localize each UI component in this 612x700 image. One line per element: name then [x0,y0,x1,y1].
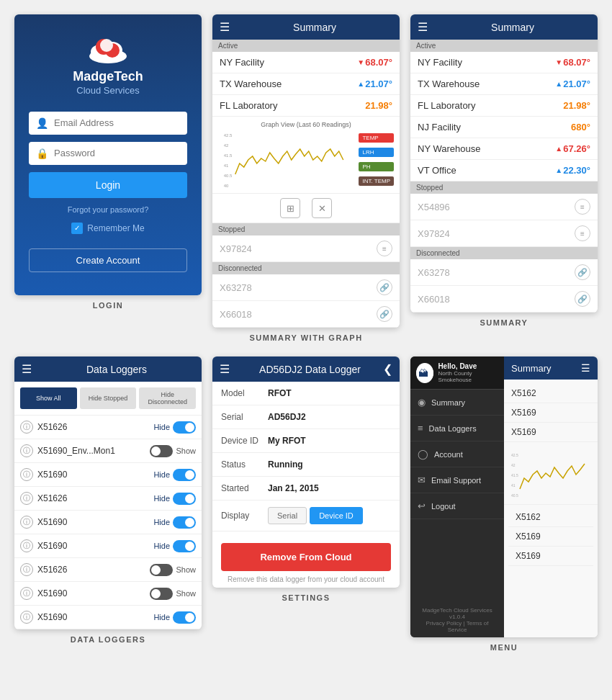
toggle-3[interactable]: Hide [153,469,196,481]
toggle-4[interactable]: Hide [153,493,196,505]
toggle-5[interactable]: Hide [153,516,196,529]
hide-disconnected-btn[interactable]: Hide Disconnected [139,387,196,409]
info-icon-5[interactable]: ⓘ [20,516,33,529]
fl-lab-row: FL Laboratory 21.98° [212,95,400,117]
toggle-on-9[interactable] [173,611,196,624]
toggle-6[interactable]: Hide [153,540,196,552]
menu-item-account[interactable]: ◯ Account [410,441,504,467]
toggle-on-5[interactable] [173,516,196,529]
menu-item-email-support[interactable]: ✉ Email Support [410,467,504,493]
toggle-off-2[interactable] [150,445,173,457]
fl-value: 21.98° [365,100,392,111]
info-icon-1[interactable]: ⓘ [20,421,33,434]
remember-me-row: ✓ Remember Me [71,223,144,234]
x97824-btn2[interactable]: ≡ [575,225,590,241]
menu-sidebar: 🏔 Hello, Dave North County Smokehouse ◉ … [410,356,504,637]
menu-logout-label: Logout [431,502,456,511]
svg-text:41.5: 41.5 [224,153,233,158]
data-loggers-panel: ☰ Data Loggers Show All Hide Stopped Hid… [14,356,202,629]
menu-item-data-loggers[interactable]: ≡ Data Loggers [410,416,504,441]
forgot-password-link[interactable]: Forgot your password? [68,205,149,214]
create-account-button[interactable]: Create Account [29,248,187,272]
toggle-off-8[interactable] [150,588,173,600]
summary-hamburger-icon[interactable]: ☰ [418,20,428,34]
show-all-btn[interactable]: Show All [20,387,77,409]
sum-ny-facility-row: NY Facility ▼ 68.07° [410,52,598,73]
toggle-1[interactable]: Hide [153,421,196,434]
toggle-on-4[interactable] [173,493,196,505]
status-label: Status [221,459,268,470]
logout-icon: ↩ [418,501,426,511]
menu-item-summary[interactable]: ◉ Summary [410,390,504,416]
graph-close-btn[interactable]: ✕ [312,198,332,218]
toggle-8[interactable]: Show [150,588,196,600]
hamburger-icon[interactable]: ☰ [220,20,230,34]
toggle-on-1[interactable] [173,421,196,434]
x63278-link-btn[interactable]: 🔗 [377,279,392,295]
summary-graph-panel: ☰ Summary Active NY Facility ▼ 68.07° TX… [212,14,400,328]
display-row: Display Serial Device ID [212,501,400,531]
info-icon-4[interactable]: ⓘ [20,492,33,505]
menu-right-item-3: X5169 [504,423,598,442]
menu-item-logout[interactable]: ↩ Logout [410,493,504,519]
email-field-wrapper[interactable]: 👤 [29,112,187,135]
settings-back-icon[interactable]: ❮ [383,362,392,376]
hide-stopped-btn[interactable]: Hide Stopped [80,387,137,409]
summary-panel: ☰ Summary Active NY Facility ▼ 68.07° TX… [410,14,598,313]
menu-right-item-5: X5169 [508,527,593,547]
disconnected-section-header: Disconnected [212,262,400,274]
toggle-off-7[interactable] [150,564,173,576]
remember-checkbox[interactable]: ✓ [71,223,83,234]
info-icon-8[interactable]: ⓘ [20,587,33,600]
login-button[interactable]: Login [29,172,187,198]
dl-filter-row: Show All Hide Stopped Hide Disconnected [14,382,202,416]
menu-right-hamburger[interactable]: ☰ [581,362,590,374]
person-icon: 👤 [36,117,48,129]
toggle-9[interactable]: Hide [153,611,196,624]
toggle-on-3[interactable] [173,469,196,481]
device-id-label: Device ID [221,436,268,446]
dl-hamburger-icon[interactable]: ☰ [22,362,32,376]
data-loggers-panel-wrapper: ☰ Data Loggers Show All Hide Stopped Hid… [14,356,202,652]
x66018-name: X66018 [220,309,377,320]
info-icon-9[interactable]: ⓘ [20,611,33,624]
display-device-id-btn[interactable]: Device ID [310,507,363,524]
sum-x66018-link[interactable]: 🔗 [575,291,590,307]
x54896-btn[interactable]: ≡ [575,199,590,215]
menu-right-bottom: X5162 X5169 X5169 [504,504,598,569]
info-icon-6[interactable]: ⓘ [20,539,33,552]
started-value: Jan 21, 2015 [268,483,319,493]
password-input[interactable] [54,148,180,158]
password-field-wrapper[interactable]: 🔒 [29,142,187,165]
menu-right-list: X5162 X5169 X5169 [504,380,598,447]
menu-right-item-4: X5162 [508,508,593,527]
display-serial-btn[interactable]: Serial [268,507,307,524]
toggle-2[interactable]: Show [150,445,196,457]
serial-value: AD56DJ2 [268,412,306,422]
graph-nav-row: ⊞ ✕ [212,194,400,223]
x97824-action-btn[interactable]: ≡ [377,241,392,256]
toggle-7[interactable]: Show [150,564,196,576]
login-content: MadgeTech Cloud Services 👤 🔒 Login Forgo… [14,14,202,295]
dl-label: DATA LOGGERS [71,635,146,644]
info-icon-2[interactable]: ⓘ [20,444,33,457]
x66018-link-btn[interactable]: 🔗 [377,306,392,322]
status-row: Status Running [212,453,400,477]
settings-hamburger-icon[interactable]: ☰ [220,362,230,376]
sum-x63278-link[interactable]: 🔗 [575,264,590,280]
email-input[interactable] [54,117,180,128]
dl-row-2: ⓘ X51690_Env...Mon1 Show [14,439,202,463]
logo-cloud-icon [86,36,130,63]
toggle-on-6[interactable] [173,540,196,552]
remove-from-cloud-button[interactable]: Remove From Cloud [221,543,391,571]
x63278-disconnected-row: X63278 🔗 [212,274,400,301]
x97824-name: X97824 [220,243,377,254]
svg-text:40.5: 40.5 [224,174,233,178]
info-icon-7[interactable]: ⓘ [20,563,33,576]
dl-row-9: ⓘ X51690 Hide [14,606,202,629]
device-id-value: My RFOT [268,436,306,446]
graph-expand-btn[interactable]: ⊞ [280,198,300,218]
device-id-row: Device ID My RFOT [212,429,400,453]
summary-graph-header: ☰ Summary [212,14,400,40]
info-icon-3[interactable]: ⓘ [20,468,33,481]
